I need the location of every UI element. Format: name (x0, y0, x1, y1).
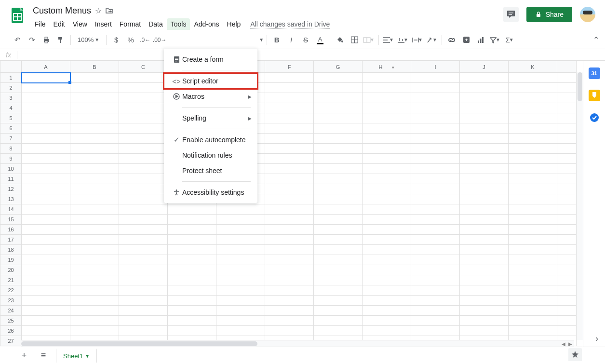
cell-K7[interactable] (509, 134, 557, 144)
cell-G20[interactable] (314, 265, 363, 275)
cell-B20[interactable] (70, 265, 119, 275)
cell-G15[interactable] (314, 215, 363, 225)
cell-E26[interactable] (216, 326, 265, 336)
bold-button[interactable]: B (270, 33, 283, 47)
cell-H11[interactable] (363, 174, 411, 184)
cell-I7[interactable] (411, 134, 460, 144)
currency-button[interactable]: $ (109, 33, 123, 47)
row-header-6[interactable]: 6 (0, 123, 22, 134)
cell-J16[interactable] (460, 225, 509, 235)
cell-F21[interactable] (265, 275, 314, 285)
cell-D24[interactable] (168, 306, 216, 316)
vertical-scrollbar[interactable] (576, 72, 583, 340)
cell-K18[interactable] (509, 245, 557, 255)
zoom-select[interactable]: 100%▼ (74, 33, 103, 47)
cell-C12[interactable] (119, 184, 168, 194)
cell-F9[interactable] (265, 154, 314, 164)
redo-button[interactable]: ↷ (25, 33, 39, 47)
cell-J22[interactable] (460, 285, 509, 296)
cell-F16[interactable] (265, 225, 314, 235)
cell-F7[interactable] (265, 134, 314, 144)
cell-K12[interactable] (509, 184, 557, 194)
menu-help[interactable]: Help (223, 18, 245, 30)
cell-K4[interactable] (509, 103, 557, 113)
cell-F24[interactable] (265, 306, 314, 316)
all-sheets-button[interactable]: ≡ (37, 349, 50, 363)
cell-B22[interactable] (70, 285, 119, 296)
cell-I9[interactable] (411, 154, 460, 164)
cell-I20[interactable] (411, 265, 460, 275)
cell-K22[interactable] (509, 285, 557, 296)
cell-E22[interactable] (216, 285, 265, 296)
cell-B8[interactable] (70, 144, 119, 154)
menu-spelling[interactable]: Spelling ▶ (164, 110, 257, 126)
cell-D21[interactable] (168, 275, 216, 285)
cell-G24[interactable] (314, 306, 363, 316)
menu-enable-autocomplete[interactable]: ✓ Enable autocomplete (164, 132, 257, 148)
cell-A20[interactable] (22, 265, 70, 275)
menu-insert[interactable]: Insert (91, 18, 116, 30)
row-header-4[interactable]: 4 (0, 103, 22, 113)
cell-F15[interactable] (265, 215, 314, 225)
sheets-logo[interactable] (8, 6, 27, 25)
cell-F13[interactable] (265, 194, 314, 204)
cell-J7[interactable] (460, 134, 509, 144)
column-header-I[interactable]: I (411, 61, 460, 73)
cell-H12[interactable] (363, 184, 411, 194)
cell-G8[interactable] (314, 144, 363, 154)
cell-I13[interactable] (411, 194, 460, 204)
cell-H10[interactable] (363, 164, 411, 174)
row-header-7[interactable]: 7 (0, 134, 22, 144)
cell-B15[interactable] (70, 215, 119, 225)
column-header-J[interactable]: J (460, 61, 509, 73)
cell-K13[interactable] (509, 194, 557, 204)
cell-G7[interactable] (314, 134, 363, 144)
cell-J2[interactable] (460, 83, 509, 93)
cell-G13[interactable] (314, 194, 363, 204)
cell-A1[interactable] (22, 73, 70, 83)
cell-F3[interactable] (265, 93, 314, 103)
menu-accessibility[interactable]: Accessibility settings (164, 185, 257, 200)
row-header-11[interactable]: 11 (0, 174, 22, 184)
row-header-8[interactable]: 8 (0, 144, 22, 154)
cell-H15[interactable] (363, 215, 411, 225)
cell-E17[interactable] (216, 235, 265, 245)
cell-H24[interactable] (363, 306, 411, 316)
cell-G19[interactable] (314, 255, 363, 265)
cell-H6[interactable] (363, 123, 411, 134)
cell-A18[interactable] (22, 245, 70, 255)
cell-J21[interactable] (460, 275, 509, 285)
cell-C1[interactable] (119, 73, 168, 83)
cell-J26[interactable] (460, 326, 509, 336)
menu-create-form[interactable]: Create a form (164, 52, 257, 67)
cell-B14[interactable] (70, 204, 119, 215)
cell-I10[interactable] (411, 164, 460, 174)
cell-A26[interactable] (22, 326, 70, 336)
cell-K24[interactable] (509, 306, 557, 316)
cell-F26[interactable] (265, 326, 314, 336)
cell-F4[interactable] (265, 103, 314, 113)
cell-K10[interactable] (509, 164, 557, 174)
row-header-9[interactable]: 9 (0, 154, 22, 164)
cell-H14[interactable] (363, 204, 411, 215)
cell-C19[interactable] (119, 255, 168, 265)
cell-K16[interactable] (509, 225, 557, 235)
cell-J10[interactable] (460, 164, 509, 174)
cell-A16[interactable] (22, 225, 70, 235)
cell-B13[interactable] (70, 194, 119, 204)
cell-G12[interactable] (314, 184, 363, 194)
cell-H25[interactable] (363, 316, 411, 326)
cell-F25[interactable] (265, 316, 314, 326)
cell-H2[interactable] (363, 83, 411, 93)
column-header-F[interactable]: F (265, 61, 314, 73)
row-header-13[interactable]: 13 (0, 194, 22, 204)
cell-I2[interactable] (411, 83, 460, 93)
cell-J15[interactable] (460, 215, 509, 225)
filter-button[interactable]: ▼ (488, 33, 502, 47)
cell-A19[interactable] (22, 255, 70, 265)
column-header-G[interactable]: G (314, 61, 363, 73)
row-header-14[interactable]: 14 (0, 204, 22, 215)
cell-E15[interactable] (216, 215, 265, 225)
side-keep-icon[interactable] (589, 90, 600, 101)
cell-C25[interactable] (119, 316, 168, 326)
